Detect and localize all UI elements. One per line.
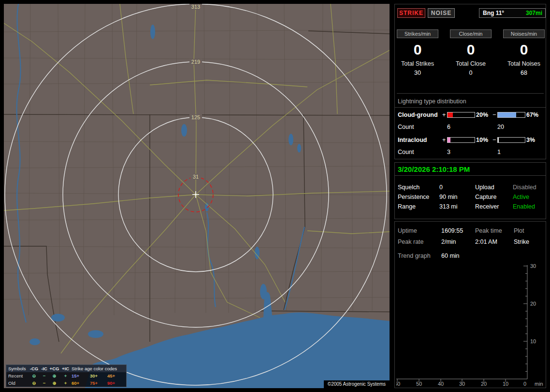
status-panel: 3/20/2026 2:10:18 PM Squelch 0 Upload Di… xyxy=(394,162,546,219)
cloud-ground-row: Cloud-ground + 20% − 67% xyxy=(395,112,546,119)
trend-graph-value: 60 min xyxy=(441,252,460,259)
squelch-label: Squelch xyxy=(398,184,420,191)
close-per-min-button[interactable]: Close/min xyxy=(450,29,492,38)
trend-x-label-40: 40 xyxy=(438,381,444,387)
plus-sign: + xyxy=(442,137,446,143)
cg-positive-bar xyxy=(447,112,475,118)
trend-x-label-0: 0 xyxy=(523,381,526,387)
strike-mode-button[interactable]: STRIKE xyxy=(397,8,425,18)
receiver-label: Receiver xyxy=(475,203,499,210)
bearing-value: Bng 11° xyxy=(483,9,504,17)
strikes-per-min-value: 0 xyxy=(397,41,438,58)
noises-per-min-value: 0 xyxy=(503,41,545,58)
ic-negative-count: 1 xyxy=(497,149,501,155)
copyright-notice: ©2005 Astrogenic Systems xyxy=(324,380,390,388)
uptime-value: 1609:55 xyxy=(441,227,463,234)
neg-ic-recent-icon: − xyxy=(39,372,49,379)
trend-x-label-20: 20 xyxy=(481,381,487,387)
upload-status: Disabled xyxy=(513,184,536,191)
cloud-ground-label: Cloud-ground xyxy=(398,112,438,118)
legend-recent-label: Recent xyxy=(6,372,29,379)
total-noises-value: 68 xyxy=(503,70,545,76)
cg-negative-count: 20 xyxy=(497,124,504,130)
plot-label: Plot xyxy=(514,227,524,234)
legend-old-row: Old ⊖ − ⊕ + 60+ 75+ 90+ xyxy=(6,379,126,387)
trend-panel: Uptime 1609:55 Peak time Plot Peak rate … xyxy=(394,221,546,388)
pos-ic-old-icon: + xyxy=(59,379,72,387)
distance-value: 307mi xyxy=(526,9,542,17)
trend-x-label-30: 30 xyxy=(459,381,465,387)
settings-row-range: Range 313 mi Receiver Enabled xyxy=(395,203,546,211)
minus-sign: − xyxy=(492,112,496,118)
counters-panel: STRIKE NOISE Bng 11° 307mi Strikes/min 0… xyxy=(394,4,546,159)
strikes-counter: Strikes/min 0 Total Strikes 30 xyxy=(397,29,438,76)
ic-positive-bar xyxy=(447,137,475,143)
ic-negative-pct: 3% xyxy=(526,137,535,143)
strikes-per-min-button[interactable]: Strikes/min xyxy=(397,29,438,38)
pos-cg-recent-icon: ⊕ xyxy=(49,372,59,379)
cg-negative-bar xyxy=(497,112,525,118)
count-label: Count xyxy=(398,124,414,130)
plot-value: Strike xyxy=(514,238,529,245)
cg-negative-pct: 67% xyxy=(526,112,538,118)
pos-ic-recent-icon: + xyxy=(59,372,72,379)
legend-old-label: Old xyxy=(6,379,29,387)
panel-divider xyxy=(397,93,544,94)
legend-col-pos-ic: +IC xyxy=(59,365,72,372)
noises-per-min-button[interactable]: Noises/min xyxy=(503,29,545,38)
total-noises-label: Total Noises xyxy=(503,60,545,67)
legend-col-pos-cg: +CG xyxy=(49,365,59,372)
age-75: 75+ xyxy=(90,379,107,387)
capture-label: Capture xyxy=(475,194,496,200)
range-label: Range xyxy=(398,203,416,210)
total-close-value: 0 xyxy=(450,70,492,76)
intracloud-count-row: Count 3 1 xyxy=(395,149,546,156)
trend-x-label-50: 50 xyxy=(416,381,422,387)
trend-x-unit: min xyxy=(535,381,543,387)
peak-rate-value: 2/min xyxy=(441,238,456,245)
lightning-monitor-app: 313 219 125 31 Symbols -CG -IC +CG +IC S… xyxy=(0,0,550,392)
stats-row-2: Peak rate 2/min 2:01 AM Strike xyxy=(395,238,546,246)
peak-time-label: Peak time xyxy=(475,227,502,234)
legend-symbols-header: Symbols xyxy=(6,365,29,372)
cg-positive-pct: 20% xyxy=(476,112,488,118)
map-canvas[interactable]: 313 219 125 31 xyxy=(4,4,390,388)
ring-label-125: 125 xyxy=(191,114,200,120)
legend-col-neg-cg: -CG xyxy=(29,365,39,372)
intracloud-label: Intracloud xyxy=(398,137,427,143)
range-value: 313 mi xyxy=(439,203,458,210)
sidebar: STRIKE NOISE Bng 11° 307mi Strikes/min 0… xyxy=(394,4,546,388)
trend-y-minor-ticks xyxy=(525,274,527,372)
trend-y-label-30: 30 xyxy=(530,263,536,269)
total-strikes-label: Total Strikes xyxy=(397,60,438,67)
total-close-label: Total Close xyxy=(450,60,492,67)
ic-positive-pct: 10% xyxy=(476,137,488,143)
neg-cg-old-icon: ⊖ xyxy=(29,379,39,387)
map-panel[interactable]: 313 219 125 31 Symbols -CG -IC +CG +IC S… xyxy=(4,4,390,388)
capture-status: Active xyxy=(513,194,529,200)
close-per-min-value: 0 xyxy=(450,41,492,58)
peak-time-value: 2:01 AM xyxy=(475,238,497,245)
stats-row-1: Uptime 1609:55 Peak time Plot xyxy=(395,227,546,235)
ring-label-219: 219 xyxy=(191,59,200,65)
legend-age-header: Strike age color codes xyxy=(72,365,125,372)
peak-rate-label: Peak rate xyxy=(398,238,424,245)
upload-label: Upload xyxy=(475,184,494,191)
pos-cg-old-icon: ⊕ xyxy=(49,379,59,387)
distribution-title: Lightning type distribution xyxy=(395,98,546,108)
minus-sign: − xyxy=(492,137,496,143)
age-60: 60+ xyxy=(72,379,90,387)
ic-positive-count: 3 xyxy=(447,149,450,155)
trend-y-label-10: 10 xyxy=(530,338,536,344)
ic-negative-bar xyxy=(497,137,525,143)
noise-mode-button[interactable]: NOISE xyxy=(428,8,455,18)
cg-positive-count: 6 xyxy=(447,124,450,130)
squelch-value: 0 xyxy=(439,184,443,191)
ring-label-313: 313 xyxy=(191,4,200,10)
trend-x-label-60: 60 xyxy=(396,381,400,387)
noises-counter: Noises/min 0 Total Noises 68 xyxy=(503,29,545,76)
legend-header-row: Symbols -CG -IC +CG +IC Strike age color… xyxy=(6,365,126,372)
legend-recent-row: Recent ⊖ − ⊕ + 15+ 30+ 45+ xyxy=(6,372,126,379)
strike-legend: Symbols -CG -IC +CG +IC Strike age color… xyxy=(6,364,127,387)
persistence-label: Persistence xyxy=(398,194,429,200)
